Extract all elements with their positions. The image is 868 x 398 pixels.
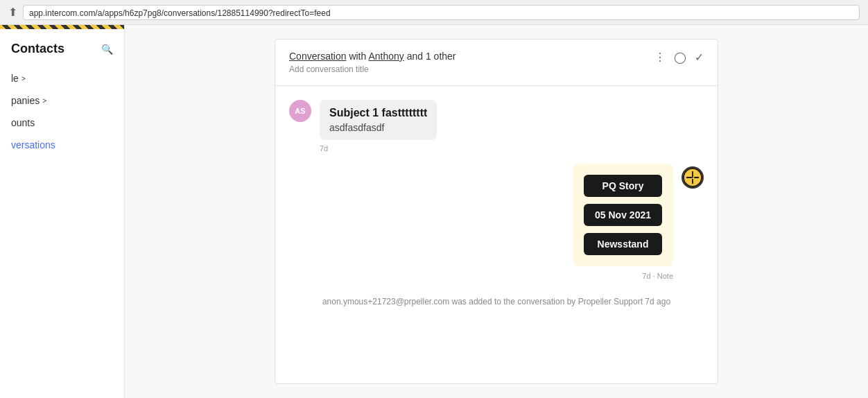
more-options-icon[interactable]: ⋮ [654, 51, 666, 64]
person-suffix: and 1 other [407, 51, 456, 62]
clock-icon[interactable]: ◯ [674, 51, 686, 64]
conversation-body: AS Subject 1 fastttttttt asdfasdfasdf 7d [275, 86, 718, 383]
sidebar: Contacts 🔍 le > panies > ounts versation… [0, 25, 125, 398]
main-content: Conversation with Anthony and 1 other Ad… [125, 25, 868, 398]
with-text: with [349, 51, 366, 62]
note-card: PQ Story 05 Nov 2021 Newsstand [573, 164, 673, 266]
person-name[interactable]: Anthony [368, 51, 403, 62]
conversation-title: Conversation with Anthony and 1 other [289, 51, 456, 62]
check-icon[interactable]: ✓ [695, 51, 704, 64]
message-timestamp: 7d [320, 144, 437, 153]
browser-bar: ⬆ app.intercom.com/a/apps/h6zp7pg8/conve… [0, 0, 868, 25]
svg-rect-3 [686, 177, 693, 178]
sidebar-header: Contacts 🔍 [0, 42, 124, 67]
conversation-header: Conversation with Anthony and 1 other Ad… [275, 40, 718, 86]
note-timestamp: 7d · Note [642, 272, 673, 280]
svg-rect-2 [692, 179, 693, 184]
conversation-label: Conversation [289, 51, 347, 62]
note-avatar [682, 166, 704, 189]
message-row: AS Subject 1 fastttttttt asdfasdfasdf 7d [289, 100, 704, 153]
sidebar-accent [0, 25, 124, 29]
message-content: Subject 1 fastttttttt asdfasdfasdf 7d [320, 100, 437, 153]
sidebar-item-people[interactable]: le > [0, 67, 124, 89]
conversation-panel: Conversation with Anthony and 1 other Ad… [275, 39, 718, 384]
avatar-icon [683, 167, 702, 188]
note-tag-date[interactable]: 05 Nov 2021 [584, 204, 662, 226]
chevron-icon: > [42, 97, 46, 105]
conversation-subtitle[interactable]: Add conversation title [289, 64, 456, 74]
browser-share-icon: ⬆ [8, 6, 17, 19]
avatar: AS [289, 100, 311, 122]
app-container: Contacts 🔍 le > panies > ounts versation… [0, 25, 868, 398]
svg-rect-1 [692, 171, 693, 178]
note-tag-newsstand[interactable]: Newsstand [584, 233, 662, 255]
message-subject: Subject 1 fastttttttt [329, 107, 427, 119]
note-tag-pq-story[interactable]: PQ Story [584, 175, 662, 197]
chevron-icon: > [21, 75, 26, 83]
system-message: anon.ymous+21723@prpeller.com was added … [289, 291, 704, 312]
conversation-header-left: Conversation with Anthony and 1 other Ad… [289, 51, 456, 74]
sidebar-item-companies[interactable]: panies > [0, 89, 124, 112]
message-bubble: Subject 1 fastttttttt asdfasdfasdf [320, 100, 437, 140]
header-actions: ⋮ ◯ ✓ [654, 51, 704, 64]
svg-rect-4 [694, 177, 699, 178]
sidebar-item-conversations[interactable]: versations [0, 134, 124, 156]
browser-url-bar[interactable]: app.intercom.com/a/apps/h6zp7pg8/convers… [23, 5, 860, 20]
sidebar-item-accounts[interactable]: ounts [0, 112, 124, 134]
sidebar-title: Contacts [11, 42, 64, 56]
message-body: asdfasdfasdf [329, 122, 427, 133]
note-row: PQ Story 05 Nov 2021 Newsstand 7d · Note [289, 164, 704, 280]
search-icon[interactable]: 🔍 [101, 44, 113, 55]
